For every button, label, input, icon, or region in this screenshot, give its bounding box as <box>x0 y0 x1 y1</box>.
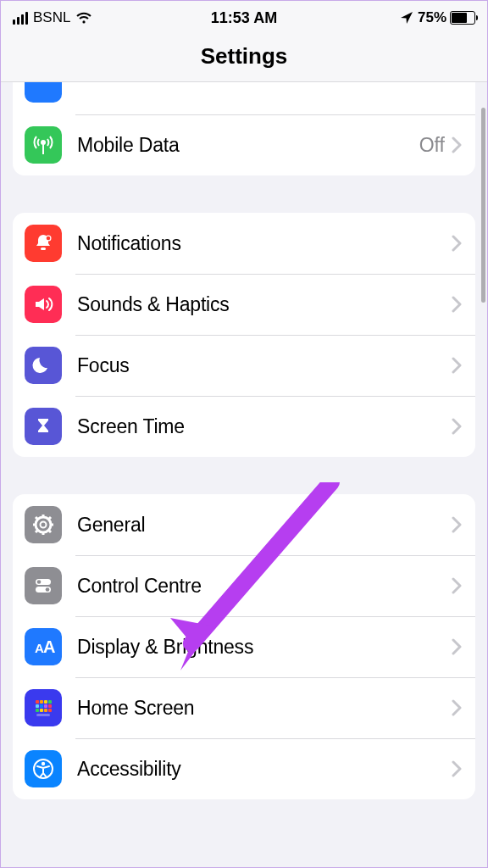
home-screen-label: Home Screen <box>77 697 452 720</box>
row-mobile-data[interactable]: Mobile Data Off <box>13 114 475 175</box>
battery-level <box>452 13 467 23</box>
group-general-display: General Control Centre AA Display & Brig… <box>13 494 475 799</box>
chevron-icon <box>452 577 462 594</box>
row-home-screen[interactable]: Home Screen <box>13 677 475 738</box>
wifi-icon <box>75 12 92 25</box>
svg-line-12 <box>48 530 51 532</box>
textsize-icon: AA <box>25 628 62 665</box>
svg-point-3 <box>47 236 51 241</box>
svg-line-14 <box>48 517 51 520</box>
status-time: 11:53 AM <box>211 9 277 27</box>
svg-rect-24 <box>48 700 52 704</box>
control-centre-label: Control Centre <box>77 575 452 598</box>
chevron-icon <box>452 357 462 374</box>
general-label: General <box>77 514 452 537</box>
chevron-icon <box>452 760 462 777</box>
battery-percent: 75% <box>418 9 446 26</box>
accessibility-icon <box>25 750 62 787</box>
screen: BSNL 11:53 AM 75% Settings <box>0 0 488 868</box>
row-display-brightness[interactable]: AA Display & Brightness <box>13 616 475 677</box>
location-icon <box>401 12 413 24</box>
row-partial[interactable] <box>13 82 475 114</box>
svg-rect-26 <box>40 704 43 708</box>
accessibility-label: Accessibility <box>77 758 452 781</box>
svg-rect-23 <box>44 700 47 704</box>
svg-text:A: A <box>43 637 55 656</box>
status-bar: BSNL 11:53 AM 75% <box>1 1 487 31</box>
svg-point-18 <box>46 587 50 592</box>
sounds-haptics-label: Sounds & Haptics <box>77 293 452 316</box>
mobile-data-value: Off <box>419 134 445 157</box>
chevron-icon <box>452 699 462 716</box>
chevron-icon <box>452 296 462 313</box>
settings-list[interactable]: Mobile Data Off Notifications <box>1 82 487 868</box>
partial-icon <box>25 82 62 103</box>
chevron-icon <box>452 136 462 153</box>
svg-rect-31 <box>44 709 47 712</box>
svg-point-6 <box>41 522 47 528</box>
row-general[interactable]: General <box>13 494 475 555</box>
cell-signal-icon <box>13 12 28 25</box>
display-brightness-label: Display & Brightness <box>77 636 452 659</box>
svg-rect-4 <box>41 248 46 250</box>
mobile-data-label: Mobile Data <box>77 134 419 157</box>
svg-rect-21 <box>36 700 39 704</box>
chevron-icon <box>452 638 462 655</box>
row-focus[interactable]: Focus <box>13 335 475 396</box>
speaker-icon <box>25 286 62 323</box>
svg-rect-32 <box>48 709 52 712</box>
focus-label: Focus <box>77 354 452 377</box>
gear-icon <box>25 506 62 543</box>
chevron-icon <box>452 516 462 533</box>
page-title: Settings <box>1 31 487 82</box>
scrollbar[interactable] <box>481 108 485 303</box>
svg-point-35 <box>42 762 45 765</box>
hourglass-icon <box>25 408 62 445</box>
svg-rect-33 <box>36 714 50 716</box>
moon-icon <box>25 347 62 384</box>
status-bar-left: BSNL <box>13 9 92 26</box>
row-notifications[interactable]: Notifications <box>13 213 475 274</box>
screen-time-label: Screen Time <box>77 415 452 438</box>
carrier-label: BSNL <box>33 9 70 26</box>
row-screen-time[interactable]: Screen Time <box>13 396 475 457</box>
antenna-icon <box>25 126 62 164</box>
group-connectivity: Mobile Data Off <box>13 82 475 175</box>
svg-point-0 <box>42 141 45 144</box>
svg-rect-28 <box>48 704 52 708</box>
battery-icon <box>450 11 475 25</box>
row-accessibility[interactable]: Accessibility <box>13 738 475 799</box>
svg-line-13 <box>36 530 38 532</box>
notifications-label: Notifications <box>77 232 452 255</box>
appgrid-icon <box>25 689 62 726</box>
row-control-centre[interactable]: Control Centre <box>13 555 475 616</box>
svg-rect-27 <box>44 704 47 708</box>
svg-line-11 <box>36 517 38 520</box>
row-sounds-haptics[interactable]: Sounds & Haptics <box>13 274 475 335</box>
svg-rect-30 <box>40 709 43 712</box>
toggles-icon <box>25 567 62 604</box>
svg-rect-29 <box>36 709 39 712</box>
chevron-icon <box>452 418 462 435</box>
svg-point-16 <box>37 580 42 584</box>
svg-rect-22 <box>40 700 43 704</box>
battery-indicator: 75% <box>418 9 475 26</box>
status-bar-right: 75% <box>401 9 475 26</box>
svg-rect-25 <box>36 704 39 708</box>
bell-icon <box>25 225 62 262</box>
group-sounds-focus: Notifications Sounds & Haptics Focus <box>13 213 475 457</box>
chevron-icon <box>452 235 462 252</box>
